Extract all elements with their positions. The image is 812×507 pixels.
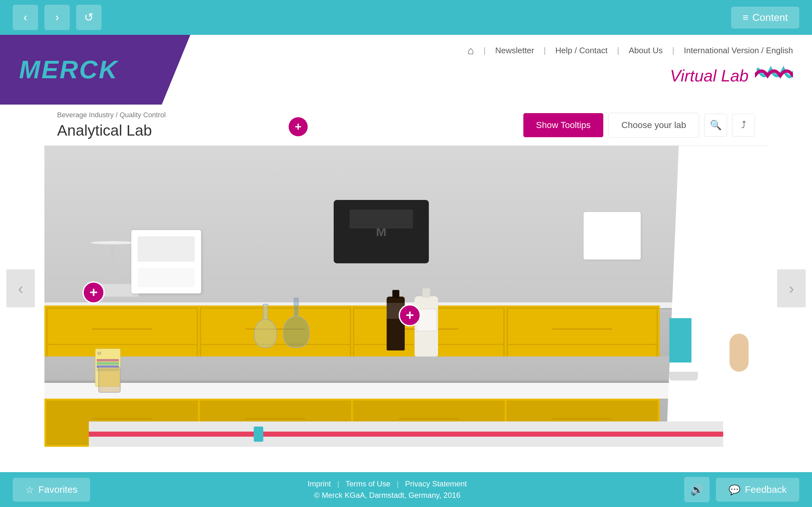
virtual-lab-text: Virtual Lab — [670, 66, 749, 85]
progress-bar-container — [89, 421, 723, 447]
lab-title: Analytical Lab — [57, 122, 517, 139]
feedback-icon: 💬 — [728, 484, 740, 495]
footer-center: Imprint | Terms of Use | Privacy Stateme… — [308, 480, 467, 500]
front-bench-top — [44, 383, 768, 399]
lab-coat — [666, 146, 768, 447]
lab-toolbar: Beverage Industry / Quality Control Anal… — [44, 105, 768, 146]
header-right: ⌂ | Newsletter | Help / Contact | About … — [190, 35, 812, 105]
toolbar-tooltip-plus[interactable]: + — [289, 117, 308, 136]
home-icon[interactable]: ⌂ — [467, 44, 474, 57]
separator-4: | — [672, 46, 674, 55]
favorites-icon: ☆ — [26, 484, 34, 495]
favorites-button[interactable]: ☆ Favorites — [13, 478, 90, 502]
separator-1: | — [484, 46, 486, 55]
breadcrumb-area: Beverage Industry / Quality Control Anal… — [57, 111, 517, 139]
search-button[interactable]: 🔍 — [704, 114, 727, 136]
logo-area: MERCK — [0, 35, 190, 105]
content-button[interactable]: ≡ Content — [731, 7, 799, 29]
show-tooltips-button[interactable]: Show Tooltips — [523, 113, 603, 137]
white-balance — [131, 230, 201, 293]
person-pants — [669, 318, 692, 362]
breadcrumb: Beverage Industry / Quality Control — [57, 111, 517, 119]
favorites-label: Favorites — [38, 484, 78, 495]
lab-image-area: M — [44, 146, 768, 447]
nav-arrow-right[interactable]: › — [777, 269, 806, 307]
printer-equipment: M — [334, 200, 429, 263]
imprint-link[interactable]: Imprint — [308, 480, 331, 488]
footer-links: Imprint | Terms of Use | Privacy Stateme… — [308, 480, 467, 488]
footer-right: 🔊 💬 Feedback — [684, 477, 799, 502]
nav-links: ⌂ | Newsletter | Help / Contact | About … — [467, 44, 793, 57]
person-hand — [729, 334, 749, 372]
toolbar-actions: Show Tooltips Choose your lab 🔍 ⤴ — [523, 113, 755, 137]
volume-button[interactable]: 🔊 — [684, 477, 710, 502]
merck-logo: MERCK — [19, 55, 118, 84]
virtual-lab-logo — [755, 63, 793, 89]
content-label: Content — [752, 12, 788, 23]
lab-section: ‹ Beverage Industry / Quality Control An… — [0, 105, 812, 472]
person-shoe — [669, 372, 698, 381]
copyright-text: © Merck KGaA, Darmstadt, Germany, 2016 — [308, 491, 467, 500]
beaker — [98, 367, 120, 393]
feedback-label: Feedback — [745, 484, 786, 495]
page-container: MERCK ⌂ | Newsletter | Help / Contact | … — [0, 35, 812, 472]
terms-link[interactable]: Terms of Use — [345, 480, 390, 488]
forward-button[interactable]: › — [44, 5, 70, 30]
share-icon: ⤴ — [741, 120, 746, 130]
progress-thumb[interactable] — [254, 427, 263, 442]
refresh-button[interactable]: ↺ — [76, 5, 101, 30]
international-link[interactable]: International Version / English — [684, 46, 793, 55]
choose-lab-button[interactable]: Choose your lab — [608, 113, 699, 137]
share-button[interactable]: ⤴ — [732, 114, 755, 136]
plus-tooltip-center[interactable]: + — [399, 304, 421, 326]
search-icon: 🔍 — [710, 119, 722, 130]
nav-arrow-left[interactable]: ‹ — [6, 269, 35, 307]
help-contact-link[interactable]: Help / Contact — [555, 46, 608, 55]
sep-2: | — [397, 480, 399, 488]
separator-2: | — [544, 46, 546, 55]
newsletter-link[interactable]: Newsletter — [495, 46, 534, 55]
plus-tooltip-left[interactable]: + — [83, 281, 105, 303]
white-device-right — [583, 212, 641, 260]
feedback-button[interactable]: 💬 Feedback — [716, 478, 799, 502]
back-button[interactable]: ‹ — [13, 5, 38, 30]
about-us-link[interactable]: About Us — [629, 46, 663, 55]
content-icon: ≡ — [743, 12, 749, 23]
volume-icon: 🔊 — [690, 483, 704, 496]
site-header: MERCK ⌂ | Newsletter | Help / Contact | … — [0, 35, 812, 105]
site-footer: ☆ Favorites Imprint | Terms of Use | Pri… — [0, 472, 812, 507]
flask-small — [254, 304, 277, 348]
privacy-link[interactable]: Privacy Statement — [405, 480, 467, 488]
progress-track[interactable] — [89, 432, 723, 437]
browser-toolbar: ‹ › ↺ ≡ Content — [0, 0, 812, 35]
sep-1: | — [337, 480, 339, 488]
virtual-lab-branding: Virtual Lab — [670, 63, 793, 89]
lab-scene: M — [44, 146, 768, 447]
flask-medium — [283, 297, 310, 348]
separator-3: | — [617, 46, 619, 55]
